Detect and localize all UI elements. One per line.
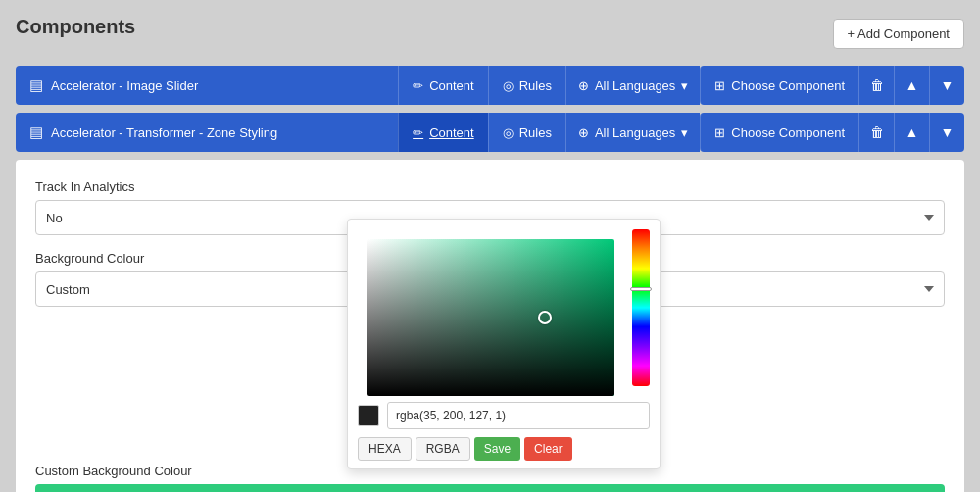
custom-bg-display — [35, 484, 945, 492]
component-2-lang-btn[interactable]: ⊕ All Languages ▾ — [565, 113, 700, 152]
arrow-down-icon: ▼ — [941, 77, 955, 93]
picker-btn-row: HEXA RGBA Save Clear — [358, 437, 650, 461]
pencil-icon-2: ✏ — [413, 125, 423, 140]
trash-icon: 🗑 — [870, 77, 884, 93]
gradient-brightness — [368, 239, 614, 396]
component-1-label-area: ▤ Accelerator - Image Slider — [16, 66, 398, 105]
component-1-rules-tab[interactable]: ◎ Rules — [488, 66, 565, 105]
content-panel: Track In Analytics No Background Colour … — [16, 160, 964, 492]
component-2-down-btn[interactable]: ▼ — [929, 113, 964, 152]
color-picker-popup: HEXA RGBA Save Clear — [347, 219, 661, 469]
component-1-label: Accelerator - Image Slider — [51, 78, 198, 93]
component-1-lang-btn[interactable]: ⊕ All Languages ▾ — [565, 66, 700, 105]
component-row-1: ▤ Accelerator - Image Slider ✏ Content ◎… — [16, 66, 964, 105]
component-1-up-btn[interactable]: ▲ — [894, 66, 929, 105]
picker-area-wrapper — [348, 220, 660, 402]
component-2-delete-btn[interactable]: 🗑 — [858, 113, 894, 152]
hue-slider[interactable] — [632, 229, 650, 386]
picker-gradient-area[interactable] — [368, 239, 614, 396]
eye-icon: ◎ — [503, 78, 514, 93]
hue-cursor — [630, 287, 652, 291]
picker-save-btn[interactable]: Save — [474, 437, 520, 461]
picker-clear-btn[interactable]: Clear — [524, 437, 572, 461]
chevron-down-icon-2: ▾ — [681, 125, 688, 140]
arrow-up-icon-2: ▲ — [906, 124, 919, 140]
component-1-down-btn[interactable]: ▼ — [929, 66, 964, 105]
picker-hexa-btn[interactable]: HEXA — [358, 437, 412, 461]
eye-icon-2: ◎ — [503, 125, 514, 140]
picker-swatch-row — [358, 402, 650, 429]
component-1-right-btns: ⊞ Choose Component 🗑 ▲ ▼ — [700, 66, 964, 105]
component-row-2: ▤ Accelerator - Transformer - Zone Styli… — [16, 113, 964, 152]
component-1-content-tab[interactable]: ✏ Content — [398, 66, 488, 105]
picker-bottom: HEXA RGBA Save Clear — [348, 402, 660, 468]
component-2-up-btn[interactable]: ▲ — [894, 113, 929, 152]
track-analytics-label: Track In Analytics — [35, 179, 945, 194]
component-2-icon: ▤ — [29, 123, 43, 141]
component-2-right-btns: ⊞ Choose Component 🗑 ▲ ▼ — [700, 113, 964, 152]
component-2-label: Accelerator - Transformer - Zone Styling — [51, 125, 277, 140]
component-1-icon: ▤ — [29, 76, 43, 94]
globe-icon: ⊕ — [578, 78, 589, 93]
grid-icon-2: ⊞ — [714, 125, 725, 140]
pencil-icon: ✏ — [413, 78, 423, 93]
component-2-content-tab[interactable]: ✏ Content — [398, 113, 488, 152]
globe-icon-2: ⊕ — [578, 125, 589, 140]
trash-icon-2: 🗑 — [870, 124, 884, 140]
picker-rgba-btn[interactable]: RGBA — [416, 437, 470, 461]
component-2-rules-tab[interactable]: ◎ Rules — [488, 113, 565, 152]
component-2-label-area: ▤ Accelerator - Transformer - Zone Styli… — [16, 113, 398, 152]
arrow-down-icon-2: ▼ — [941, 124, 955, 140]
arrow-up-icon: ▲ — [906, 77, 919, 93]
grid-icon: ⊞ — [714, 78, 725, 93]
page-title: Components — [16, 16, 135, 38]
picker-swatch — [358, 405, 379, 426]
add-component-button[interactable]: + Add Component — [833, 19, 964, 49]
component-2-choose-btn[interactable]: ⊞ Choose Component — [700, 113, 858, 152]
component-1-choose-btn[interactable]: ⊞ Choose Component — [700, 66, 858, 105]
picker-value-input[interactable] — [387, 402, 650, 429]
chevron-down-icon: ▾ — [681, 78, 688, 93]
component-1-delete-btn[interactable]: 🗑 — [858, 66, 894, 105]
picker-cursor — [538, 311, 552, 324]
